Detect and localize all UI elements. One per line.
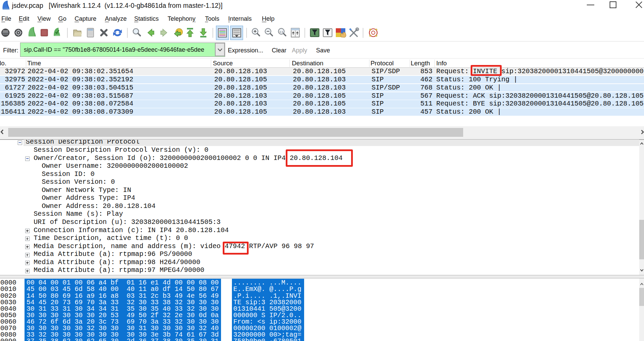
svg-text:1:1: 1:1 [279, 30, 283, 33]
